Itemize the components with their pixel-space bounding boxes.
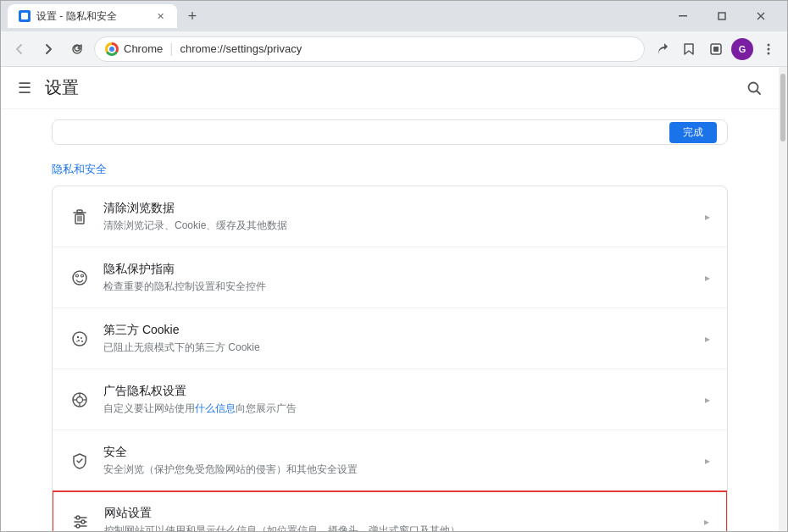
svg-point-19: [76, 274, 79, 277]
scrollbar[interactable]: [779, 67, 787, 531]
address-bar-pipe: |: [169, 42, 173, 57]
privacy-guide-icon: [69, 268, 90, 288]
share-button[interactable]: [650, 37, 674, 61]
item-title-ad-privacy: 广告隐私权设置: [103, 384, 691, 399]
trash-icon: [69, 207, 90, 227]
svg-point-10: [749, 82, 758, 91]
svg-point-28: [77, 396, 83, 402]
svg-rect-0: [679, 15, 687, 17]
svg-point-36: [76, 516, 80, 519]
profile-avatar-button[interactable]: G: [731, 38, 753, 60]
settings-item-site-settings[interactable]: 网站设置 控制网站可以使用和显示什么信息（如位置信息、摄像头、弹出式窗口及其他）…: [52, 490, 728, 531]
scrollbar-thumb[interactable]: [780, 74, 785, 141]
item-text-third-party-cookies: 第三方 Cookie 已阻止无痕模式下的第三方 Cookie: [103, 323, 691, 355]
main-content: ☰ 设置 完成 隐私和安全: [1, 67, 787, 531]
nav-right-buttons: G: [650, 37, 780, 61]
item-title-clear-browsing: 清除浏览数据: [103, 201, 691, 216]
active-tab[interactable]: 设置 - 隐私和安全 ✕: [8, 4, 177, 28]
forward-button[interactable]: [36, 37, 60, 61]
close-button[interactable]: [741, 1, 780, 31]
item-title-privacy-guide: 隐私保护指南: [103, 262, 691, 277]
item-title-security: 安全: [103, 445, 691, 460]
item-text-security: 安全 安全浏览（保护您免受危险网站的侵害）和其他安全设置: [103, 445, 691, 477]
nav-bar: Chrome | chrome://settings/privacy G: [1, 31, 787, 67]
item-title-third-party-cookies: 第三方 Cookie: [103, 323, 691, 338]
svg-point-9: [768, 52, 770, 54]
item-text-privacy-guide: 隐私保护指南 检查重要的隐私控制设置和安全控件: [103, 262, 691, 294]
tab-favicon: [18, 9, 31, 23]
svg-rect-14: [77, 210, 82, 213]
sliders-icon: [70, 512, 91, 531]
item-desc-ad-privacy: 自定义要让网站使用什么信息向您展示广告: [103, 402, 691, 416]
ad-privacy-link: 什么信息: [195, 402, 236, 414]
tab-close-button[interactable]: ✕: [153, 9, 167, 23]
new-tab-button[interactable]: +: [180, 4, 204, 28]
section-label: 隐私和安全: [52, 162, 728, 177]
window-controls: [663, 1, 780, 31]
chevron-icon-privacy-guide: ▸: [705, 272, 710, 284]
extensions-button[interactable]: [704, 37, 728, 61]
svg-point-24: [78, 340, 80, 341]
settings-menu-icon[interactable]: ☰: [18, 79, 31, 97]
svg-point-37: [81, 520, 85, 524]
svg-point-7: [768, 43, 770, 46]
item-desc-site-settings: 控制网站可以使用和显示什么信息（如位置信息、摄像头、弹出式窗口及其他）: [104, 524, 691, 531]
svg-point-38: [76, 524, 80, 528]
svg-rect-1: [719, 13, 725, 19]
chevron-icon-third-party-cookies: ▸: [705, 333, 710, 345]
tab-title: 设置 - 隐私和安全: [36, 9, 148, 24]
svg-point-8: [768, 47, 770, 50]
chevron-icon-ad-privacy: ▸: [705, 394, 710, 406]
settings-item-clear-browsing[interactable]: 清除浏览数据 清除浏览记录、Cookie、缓存及其他数据 ▸: [53, 186, 727, 247]
item-desc-third-party-cookies: 已阻止无痕模式下的第三方 Cookie: [103, 341, 691, 355]
svg-point-23: [80, 337, 82, 339]
settings-item-ad-privacy[interactable]: 广告隐私权设置 自定义要让网站使用什么信息向您展示广告 ▸: [53, 369, 727, 430]
bookmark-button[interactable]: [677, 37, 701, 61]
top-card-button[interactable]: 完成: [669, 122, 717, 143]
maximize-button[interactable]: [702, 1, 741, 31]
settings-item-third-party-cookies[interactable]: 第三方 Cookie 已阻止无痕模式下的第三方 Cookie ▸: [53, 308, 727, 369]
item-desc-privacy-guide: 检查重要的隐私控制设置和安全控件: [103, 280, 691, 294]
tab-bar: 设置 - 隐私和安全 ✕ +: [8, 4, 663, 28]
address-bar[interactable]: Chrome | chrome://settings/privacy: [94, 36, 645, 62]
svg-point-21: [73, 332, 86, 346]
item-text-ad-privacy: 广告隐私权设置 自定义要让网站使用什么信息向您展示广告: [103, 384, 691, 416]
chevron-icon-site-settings: ▸: [704, 516, 709, 528]
settings-title: 设置: [45, 76, 79, 99]
address-bar-url: chrome://settings/privacy: [180, 42, 302, 55]
chrome-menu-button[interactable]: [757, 37, 780, 61]
svg-marker-4: [685, 44, 693, 54]
top-card: 完成: [52, 119, 728, 145]
svg-point-25: [81, 341, 83, 342]
address-bar-icon: [105, 42, 119, 56]
settings-item-security[interactable]: 安全 安全浏览（保护您免受危险网站的侵害）和其他安全设置 ▸: [53, 430, 727, 491]
address-bar-chrome-label: Chrome: [124, 42, 163, 55]
svg-line-11: [757, 91, 761, 94]
refresh-button[interactable]: [65, 37, 89, 61]
item-title-site-settings: 网站设置: [104, 506, 691, 521]
svg-point-20: [81, 274, 84, 277]
settings-search-button[interactable]: [746, 80, 762, 96]
svg-rect-6: [713, 47, 719, 52]
shield-icon: [69, 451, 90, 471]
back-button[interactable]: [8, 37, 31, 61]
cookie-icon: [69, 329, 90, 349]
settings-item-privacy-guide[interactable]: 隐私保护指南 检查重要的隐私控制设置和安全控件 ▸: [53, 247, 727, 308]
item-text-site-settings: 网站设置 控制网站可以使用和显示什么信息（如位置信息、摄像头、弹出式窗口及其他）: [104, 506, 691, 531]
settings-header: ☰ 设置: [1, 67, 779, 109]
svg-point-22: [77, 335, 79, 337]
ad-privacy-icon: [69, 390, 90, 410]
title-bar: 设置 - 隐私和安全 ✕ +: [1, 1, 787, 31]
chevron-icon-clear-browsing: ▸: [705, 211, 710, 223]
item-desc-clear-browsing: 清除浏览记录、Cookie、缓存及其他数据: [103, 219, 691, 233]
minimize-button[interactable]: [663, 1, 702, 31]
settings-list: 清除浏览数据 清除浏览记录、Cookie、缓存及其他数据 ▸: [52, 186, 728, 531]
item-text-clear-browsing: 清除浏览数据 清除浏览记录、Cookie、缓存及其他数据: [103, 201, 691, 233]
settings-content: ☰ 设置 完成 隐私和安全: [1, 67, 779, 531]
item-desc-security: 安全浏览（保护您免受危险网站的侵害）和其他安全设置: [103, 463, 691, 477]
svg-point-26: [76, 341, 78, 342]
chevron-icon-security: ▸: [705, 455, 710, 467]
